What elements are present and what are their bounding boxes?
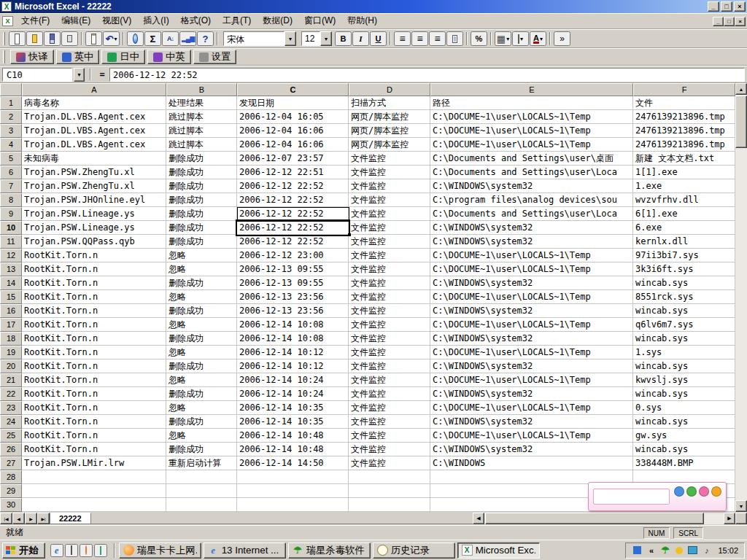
translate-button-1[interactable]: 快译 [10,50,54,64]
rising-umbrella-icon[interactable] [659,545,670,556]
align-right-icon[interactable] [429,31,446,46]
cell-B15[interactable]: 忽略 [166,290,237,304]
row-header-25[interactable]: 25 [0,429,22,443]
cell-E24[interactable]: C:\WINDOWS\system32 [430,415,633,429]
cell-E19[interactable]: C:\DOCUME~1\user\LOCALS~1\Temp [430,346,633,359]
cell-C21[interactable]: 2006-12-14 10:24 [237,373,349,387]
scroll-down-icon[interactable]: ▼ [735,500,747,512]
cell-B17[interactable]: 忽略 [166,318,237,332]
scroll-up-icon[interactable]: ▲ [735,83,747,95]
column-header-A[interactable]: A [22,83,166,96]
cell-C18[interactable]: 2006-12-14 10:08 [237,332,349,346]
cell-F24[interactable]: wincab.sys [633,415,735,429]
cell-A23[interactable]: RootKit.Torn.n [22,401,166,415]
cell-E9[interactable]: C:\Documents and Settings\user\Loca [430,207,633,221]
ie-icon[interactable] [50,544,63,557]
cell-E14[interactable]: C:\WINDOWS\system32 [430,276,633,290]
cell-B1[interactable]: 处理结果 [166,96,237,110]
row-header-6[interactable]: 6 [0,166,22,179]
row-header-26[interactable]: 26 [0,443,22,456]
cell-A17[interactable]: RootKit.Torn.n [22,318,166,332]
cell-E5[interactable]: C:\Documents and Settings\user\桌面 [430,152,633,166]
blue-app-icon[interactable] [632,545,643,556]
cell-B8[interactable]: 删除成功 [166,193,237,207]
cell-F20[interactable]: wincab.sys [633,359,735,373]
scroll-right-icon[interactable]: ▶ [724,513,735,524]
fill-handle[interactable] [348,233,351,236]
cell-D20[interactable]: 文件监控 [349,359,430,373]
translate-button-2[interactable]: 英中 [56,50,100,64]
column-header-D[interactable]: D [349,83,430,96]
media-player-icon[interactable] [80,544,93,557]
row-header-1[interactable]: 1 [0,96,22,110]
cell-C16[interactable]: 2006-12-13 23:56 [237,304,349,318]
cell-D30[interactable] [349,498,430,512]
cell-C30[interactable] [237,498,349,512]
cell-F21[interactable]: kwvslj.sys [633,373,735,387]
cell-B5[interactable]: 删除成功 [166,152,237,166]
green-round-icon[interactable] [686,486,697,497]
cell-E18[interactable]: C:\WINDOWS\system32 [430,332,633,346]
taskbar-clock[interactable]: 15:02 [715,546,738,555]
cell-C3[interactable]: 2006-12-04 16:06 [237,124,349,138]
name-box[interactable]: C10 [2,68,72,82]
cell-F27[interactable]: 338448M.BMP [633,456,735,470]
cell-A25[interactable]: RootKit.Torn.n [22,429,166,443]
task-button-1[interactable]: 瑞星卡卡上网... [119,542,201,559]
cell-B23[interactable]: 忽略 [166,401,237,415]
cell-A30[interactable] [22,498,166,512]
cell-E7[interactable]: C:\WINDOWS\system32 [430,179,633,193]
cell-C15[interactable]: 2006-12-13 23:56 [237,290,349,304]
row-header-12[interactable]: 12 [0,249,22,262]
menu-item-4[interactable]: 插入(I) [137,12,174,30]
cell-B19[interactable]: 忽略 [166,346,237,359]
cell-C11[interactable]: 2006-12-12 22:52 [237,235,349,249]
font-name-dropdown-icon[interactable]: ▼ [285,31,296,46]
cell-F4[interactable]: 2476139213896.tmp [633,138,735,152]
cell-B3[interactable]: 跳过脚本 [166,124,237,138]
cell-D19[interactable]: 文件监控 [349,346,430,359]
cell-D18[interactable]: 文件监控 [349,332,430,346]
row-header-15[interactable]: 15 [0,290,22,304]
cell-C14[interactable]: 2006-12-13 09:55 [237,276,349,290]
cell-E11[interactable]: C:\WINDOWS\system32 [430,235,633,249]
cell-F25[interactable]: gw.sys [633,429,735,443]
workbook-icon[interactable]: X [2,16,13,26]
cell-C8[interactable]: 2006-12-12 22:52 [237,193,349,207]
workbook-close-button[interactable]: × [735,17,746,26]
column-header-C[interactable]: C [237,83,349,96]
cell-E10[interactable]: C:\WINDOWS\system32 [430,221,633,235]
cell-D21[interactable]: 文件监控 [349,373,430,387]
cell-A11[interactable]: Trojan.PSW.QQPass.qyb [22,235,166,249]
cell-A18[interactable]: RootKit.Torn.n [22,332,166,346]
cell-C17[interactable]: 2006-12-14 10:08 [237,318,349,332]
task-button-3[interactable]: 瑞星杀毒软件 [288,542,371,559]
cell-F9[interactable]: 6[1].exe [633,207,735,221]
task-button-5[interactable]: Microsoft Exc... [457,542,540,559]
row-header-19[interactable]: 19 [0,346,22,359]
cell-A10[interactable]: Trojan.PSW.Lineage.ys [22,221,166,235]
show-desktop-icon[interactable] [65,544,78,557]
cell-A14[interactable]: RootKit.Torn.n [22,276,166,290]
cell-D10[interactable]: 文件监控 [349,221,430,235]
row-header-22[interactable]: 22 [0,387,22,401]
row-header-30[interactable]: 30 [0,498,22,512]
task-button-4[interactable]: 历史记录 [373,542,455,559]
align-left-icon[interactable] [394,31,411,46]
vertical-scrollbar[interactable]: ▲ ▼ [735,83,747,512]
cell-E3[interactable]: C:\DOCUME~1\user\LOCALS~1\Temp [430,124,633,138]
chart-wizard-icon[interactable] [179,31,196,46]
font-name-combo[interactable]: 宋体 ▼ [223,31,296,46]
cell-A8[interactable]: Trojan.PSW.JHOnline.eyl [22,193,166,207]
cell-D12[interactable]: 文件监控 [349,249,430,262]
volume-icon[interactable] [701,545,712,556]
cell-F23[interactable]: 0.sys [633,401,735,415]
cell-A7[interactable]: Trojan.PSW.ZhengTu.xl [22,179,166,193]
cell-C19[interactable]: 2006-12-14 10:12 [237,346,349,359]
sheet-tab-22222[interactable]: 22222 [50,513,91,524]
cell-A19[interactable]: RootKit.Torn.n [22,346,166,359]
borders-icon[interactable] [495,31,511,46]
workbook-restore-button[interactable]: □ [724,17,735,26]
font-color-icon[interactable] [530,31,546,46]
print-icon[interactable] [61,31,78,46]
